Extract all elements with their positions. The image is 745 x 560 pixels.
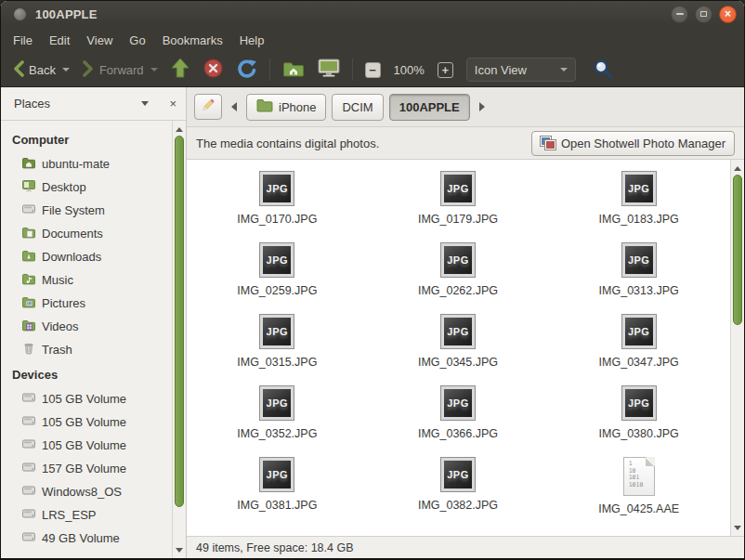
view-mode-caret-icon (560, 68, 568, 72)
sidebar-item-file-system[interactable]: File System (1, 199, 186, 222)
file-item[interactable]: JPG IMG_0381.JPG (207, 457, 346, 528)
statusbar: 49 items, Free space: 18.4 GB (187, 536, 744, 558)
sidebar-item-desktop[interactable]: Desktop (1, 176, 186, 199)
path-scroll-left-button[interactable] (228, 95, 241, 119)
videos-icon (21, 318, 36, 335)
back-button[interactable]: Back (7, 58, 75, 83)
menu-file[interactable]: File (5, 30, 41, 51)
sidebar-item-downloads[interactable]: Downloads (1, 245, 186, 268)
maximize-icon (700, 11, 707, 17)
forward-button[interactable]: Forward (77, 58, 163, 83)
reload-button[interactable] (231, 56, 263, 85)
infobar-message: The media contains digital photos. (196, 137, 379, 150)
scroll-down-icon[interactable] (731, 521, 744, 534)
sidebar-item-lrs-esp[interactable]: LRS_ESP (1, 503, 186, 527)
sidebar-item-ubuntu-mate[interactable]: ubuntu-mate (1, 152, 186, 176)
file-item[interactable]: JPG IMG_0366.JPG (388, 385, 528, 457)
edit-location-button[interactable] (194, 94, 222, 120)
sidebar-item-volume-105-2[interactable]: 105 GB Volume (1, 410, 186, 434)
sidebar-close-icon[interactable]: × (169, 97, 176, 111)
file-item[interactable]: JPG IMG_0315.JPG (207, 314, 346, 385)
sidebar-item-label: 49 GB Volume (42, 531, 120, 545)
sidebar-scrollbar[interactable] (172, 121, 186, 558)
titlebar[interactable]: 100APPLE × (1, 1, 744, 27)
home-folder-icon (282, 59, 305, 81)
sidebar-scrollbar-thumb[interactable] (175, 136, 184, 507)
file-item[interactable]: JPG IMG_0345.JPG (388, 314, 528, 385)
sidebar-item-volume-105-1[interactable]: 105 GB Volume (1, 387, 186, 410)
file-name: IMG_0366.JPG (418, 427, 498, 440)
menu-help[interactable]: Help (231, 30, 273, 51)
sidebar-item-music[interactable]: Music (1, 268, 186, 292)
scroll-up-icon[interactable] (173, 123, 186, 136)
sidebar-item-trash[interactable]: Trash (1, 338, 186, 361)
breadcrumb-100apple[interactable]: 100APPLE (389, 94, 470, 121)
file-item[interactable]: JPG IMG_0380.JPG (569, 385, 709, 457)
menu-edit[interactable]: Edit (41, 30, 78, 51)
close-icon: × (725, 8, 731, 20)
menu-view[interactable]: View (78, 30, 121, 51)
sidebar-item-documents[interactable]: Documents (1, 222, 186, 245)
computer-button[interactable] (312, 56, 346, 84)
fileview-scrollbar[interactable] (730, 160, 744, 536)
file-name: IMG_0259.JPG (237, 284, 317, 297)
downloads-folder-icon (21, 248, 36, 266)
music-folder-icon (21, 271, 36, 289)
maximize-button[interactable] (695, 6, 712, 23)
breadcrumb-label: 100APPLE (399, 100, 460, 114)
minimize-icon (676, 13, 684, 15)
drive-icon (21, 390, 36, 408)
back-history-caret-icon (62, 68, 70, 72)
file-item[interactable]: JPG IMG_0313.JPG (569, 242, 709, 314)
jpg-file-icon: JPG (621, 242, 657, 278)
places-dropdown[interactable]: Places (14, 97, 50, 111)
file-item[interactable]: 1 10 101 1010 IMG_0425.AAE (569, 457, 709, 528)
file-item[interactable]: JPG IMG_0262.JPG (388, 242, 528, 314)
file-name: IMG_0183.JPG (599, 213, 679, 226)
minimize-button[interactable] (671, 6, 688, 23)
up-button[interactable] (165, 55, 195, 85)
search-button[interactable] (587, 56, 619, 85)
file-item[interactable]: JPG IMG_0170.JPG (207, 171, 346, 242)
sidebar-list: Computer ubuntu-mate Desktop File System… (1, 121, 186, 558)
sidebar-item-windows8-os[interactable]: Windows8_OS (1, 480, 186, 503)
toolbar-separator (269, 59, 270, 81)
file-item[interactable]: JPG IMG_0259.JPG (207, 242, 346, 314)
menu-bookmarks[interactable]: Bookmarks (154, 30, 231, 51)
open-shotwell-button[interactable]: Open Shotwell Photo Manager (531, 131, 735, 156)
file-item[interactable]: JPG IMG_0352.JPG (207, 385, 346, 457)
file-name: IMG_0262.JPG (418, 284, 498, 297)
file-item[interactable]: JPG IMG_0382.JPG (388, 457, 528, 528)
sidebar-item-videos[interactable]: Videos (1, 315, 186, 338)
fileview-scrollbar-thumb[interactable] (733, 175, 742, 325)
file-item[interactable]: JPG IMG_0347.JPG (569, 314, 709, 385)
sidebar-item-volume-49[interactable]: 49 GB Volume (1, 527, 186, 550)
sidebar-item-volume-105-3[interactable]: 105 GB Volume (1, 434, 186, 457)
open-shotwell-label: Open Shotwell Photo Manager (561, 137, 725, 150)
file-view[interactable]: JPG IMG_0170.JPG JPG IMG_0179.JPG JPG IM… (187, 160, 744, 536)
places-caret-icon[interactable] (141, 101, 149, 106)
jpg-file-icon: JPG (621, 385, 657, 421)
scroll-up-icon[interactable] (731, 162, 744, 175)
forward-label: Forward (99, 63, 144, 77)
file-item[interactable]: JPG IMG_0179.JPG (388, 171, 528, 242)
path-scroll-right-button[interactable] (476, 95, 489, 119)
sidebar-item-pictures[interactable]: Pictures (1, 292, 186, 315)
view-mode-select[interactable]: Icon View (466, 58, 576, 82)
file-item[interactable]: JPG IMG_0183.JPG (569, 171, 709, 242)
trash-icon (21, 341, 36, 358)
file-name: IMG_0382.JPG (418, 499, 498, 512)
zoom-in-button[interactable]: + (432, 59, 459, 81)
menu-go[interactable]: Go (121, 30, 153, 51)
home-button[interactable] (277, 57, 310, 84)
breadcrumb-iphone[interactable]: iPhone (246, 94, 326, 121)
jpg-file-icon: JPG (259, 171, 294, 206)
sidebar-item-volume-157[interactable]: 157 GB Volume (1, 457, 186, 480)
breadcrumb-dcim[interactable]: DCIM (332, 94, 383, 121)
zoom-in-icon: + (438, 62, 453, 78)
sidebar: Places × Computer ubuntu-mate Desktop Fi… (1, 87, 187, 558)
scroll-down-icon[interactable] (173, 543, 186, 556)
close-button[interactable]: × (719, 6, 737, 23)
stop-button[interactable] (197, 55, 229, 85)
zoom-out-button[interactable]: − (359, 59, 386, 81)
